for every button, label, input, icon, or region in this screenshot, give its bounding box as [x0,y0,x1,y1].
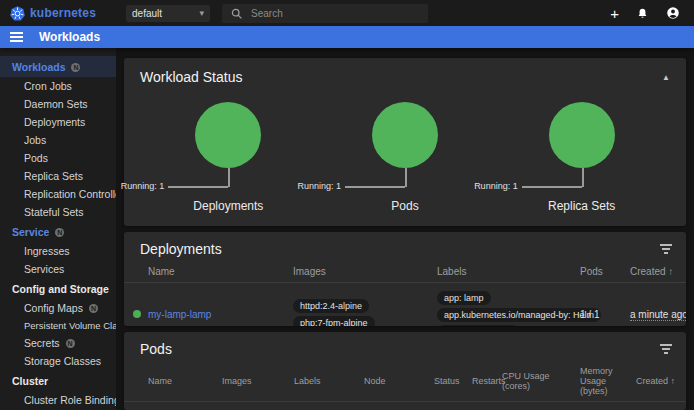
pod-memory-usage: - [580,402,636,410]
image-chip: php:7-fpm-alpine [293,316,375,326]
collapse-card-icon[interactable]: ▲ [662,73,670,82]
sidebar-item-ingresses[interactable]: Ingresses [0,242,116,260]
pods-card: Pods Name Images Labels Node Status Rest… [124,332,686,410]
deployments-status-chart: Running: 1 Deployments [140,89,317,213]
search-box[interactable] [222,4,428,23]
sidebar-header-cluster: Cluster [0,370,116,391]
namespaced-badge-icon: N [55,228,64,237]
main-content: Workload Status ▲ Running: 1 Deployments [116,48,694,410]
deployments-pie [195,102,261,168]
sidebar-item-replica-sets[interactable]: Replica Sets [0,167,116,185]
label-chip: app.kubernetes.io/managed-by: Helm [437,308,601,322]
sidebar-item-stateful-sets[interactable]: Stateful Sets [0,203,116,221]
pods-ready-count: 1 / 1 [580,283,630,327]
column-header-created[interactable]: Created ↑ [630,261,686,283]
status-ok-icon [133,310,141,318]
sidebar-item-replication-controllers[interactable]: Replication Controllers [0,185,116,203]
kubernetes-logo[interactable]: kubernetes [10,6,96,21]
namespace-select[interactable]: default ▾ [126,5,210,22]
replica-sets-pie [549,102,615,168]
namespaced-badge-icon: N [66,339,75,348]
chart-legend: Running: 1 [121,181,165,191]
pod-status: Running [434,402,472,410]
column-header-name[interactable]: Name [148,361,222,402]
label-chip: chart: lamp-1.1.5 [437,325,519,327]
column-header-images[interactable]: Images [222,361,294,402]
search-input[interactable] [251,8,420,19]
filter-icon[interactable] [660,341,672,356]
label-chip: app: lamp [437,291,491,305]
page-title: Workloads [39,30,100,44]
column-header-labels[interactable]: Labels [294,361,364,402]
top-bar: kubernetes default ▾ + [0,0,694,26]
filter-icon[interactable] [660,241,672,256]
sidebar-item-deployments[interactable]: Deployments [0,113,116,131]
column-header-restarts[interactable]: Restarts [472,361,502,402]
search-icon [230,7,243,20]
app-bar: Workloads [0,26,694,48]
user-account-icon[interactable] [666,6,680,20]
pod-cpu-usage: - [502,402,580,410]
sidebar-item-workloads[interactable]: Workloads N [0,56,116,77]
sidebar: Workloads N Cron Jobs Daemon Sets Deploy… [0,48,116,410]
sidebar-item-daemon-sets[interactable]: Daemon Sets [0,95,116,113]
sidebar-item-storage-classes[interactable]: Storage Classes [0,352,116,370]
sidebar-item-service[interactable]: Service N [0,221,116,242]
deployments-table: Name Images Labels Pods Created ↑ my-lam… [124,261,686,326]
namespaced-badge-icon: N [71,63,80,72]
column-header-created[interactable]: Created ↑ [636,361,686,402]
sidebar-item-services[interactable]: Services [0,260,116,278]
column-header-labels[interactable]: Labels [437,261,580,283]
column-header-status[interactable]: Status [434,361,472,402]
pods-title: Pods [140,341,172,357]
column-header-memory-usage[interactable]: Memory Usage (bytes) [580,361,636,402]
notifications-bell-icon[interactable] [636,7,649,20]
created-timestamp: a minute ago [630,309,686,321]
kubernetes-helm-icon [10,6,25,21]
column-header-images[interactable]: Images [293,261,437,283]
pods-table: Name Images Labels Node Status Restarts … [124,361,686,410]
pods-pie [372,102,438,168]
sidebar-item-config-maps[interactable]: Config Maps N [0,299,116,317]
hamburger-menu-icon[interactable] [10,32,23,42]
sort-ascending-icon: ↑ [671,376,676,386]
workload-status-title: Workload Status [140,69,242,85]
sidebar-header-config-and-storage: Config and Storage [0,278,116,299]
namespaced-badge-icon: N [89,304,98,313]
chevron-down-icon: ▾ [200,9,205,18]
sidebar-item-cluster-role-bindings[interactable]: Cluster Role Bindings [0,391,116,409]
pod-row[interactable]: my-lamp-lamp-5fd985cf68-jwvz4 httpd:2.4-… [124,402,686,410]
replica-sets-status-chart: Running: 1 Replica Sets [493,89,670,213]
top-actions: + [610,6,684,21]
deployment-name-link[interactable]: my-lamp-lamp [148,309,211,320]
sort-ascending-icon: ↑ [668,266,673,277]
chart-title: Pods [391,199,418,213]
pod-node: lke55127-86393-622f8d09399a [364,402,434,410]
sidebar-item-jobs[interactable]: Jobs [0,131,116,149]
column-header-node[interactable]: Node [364,361,434,402]
deployment-row[interactable]: my-lamp-lamp httpd:2.4-alpine php:7-fpm-… [124,283,686,327]
chart-legend: Running: 1 [474,181,518,191]
namespace-value: default [132,8,199,19]
logo-text: kubernetes [30,6,96,20]
create-resource-button[interactable]: + [610,6,619,21]
pod-restarts: 0 [472,402,502,410]
image-chip: httpd:2.4-alpine [293,299,369,313]
deployments-card: Deployments Name Images Labels Pods Crea… [124,232,686,326]
sidebar-item-persistent-volume-claims[interactable]: Persistent Volume Claims N [0,317,116,334]
column-header-pods[interactable]: Pods [580,261,630,283]
workload-status-card: Workload Status ▲ Running: 1 Deployments [124,58,686,226]
chart-title: Replica Sets [548,199,615,213]
column-header-name[interactable]: Name [148,261,293,283]
column-header-cpu-usage[interactable]: CPU Usage (cores) [502,361,580,402]
chart-legend: Running: 1 [297,181,341,191]
sidebar-item-cron-jobs[interactable]: Cron Jobs [0,77,116,95]
deployments-title: Deployments [140,241,222,257]
pods-status-chart: Running: 1 Pods [317,89,494,213]
chart-title: Deployments [193,199,263,213]
sidebar-item-pods[interactable]: Pods [0,149,116,167]
sidebar-item-secrets[interactable]: Secrets N [0,334,116,352]
